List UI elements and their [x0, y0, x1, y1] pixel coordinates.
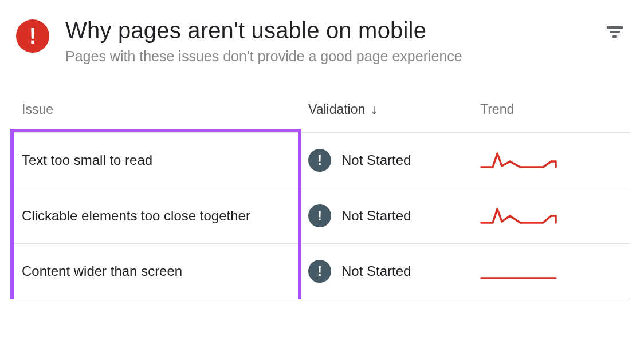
col-issue[interactable]: Issue — [22, 102, 308, 117]
status-icon: ! — [308, 204, 331, 227]
validation-cell: ! Not Started — [308, 204, 480, 227]
issues-table: Issue Validation ↓ Trend Text too small … — [14, 88, 630, 299]
page-subtitle: Pages with these issues don't provide a … — [65, 48, 590, 65]
page-title: Why pages aren't usable on mobile — [65, 16, 590, 45]
table-row[interactable]: Clickable elements too close together ! … — [14, 188, 630, 243]
issue-name: Content wider than screen — [22, 262, 308, 282]
issue-name: Text too small to read — [22, 151, 308, 171]
trend-sparkline — [480, 150, 622, 171]
status-label: Not Started — [341, 208, 411, 224]
status-label: Not Started — [341, 152, 411, 168]
col-validation-label: Validation — [308, 102, 365, 117]
page-header: ! Why pages aren't usable on mobile Page… — [14, 11, 630, 88]
table-row[interactable]: Text too small to read ! Not Started — [14, 132, 630, 188]
table-header: Issue Validation ↓ Trend — [14, 88, 630, 132]
trend-sparkline — [480, 205, 622, 226]
col-trend[interactable]: Trend — [480, 102, 622, 117]
error-icon: ! — [16, 19, 49, 53]
status-icon: ! — [308, 149, 331, 172]
table-body: Text too small to read ! Not Started Cli… — [14, 132, 630, 299]
trend-sparkline — [480, 261, 622, 282]
arrow-down-icon: ↓ — [371, 101, 378, 117]
issue-name: Clickable elements too close together — [22, 206, 308, 226]
filter-icon[interactable] — [606, 26, 623, 38]
status-icon: ! — [308, 260, 331, 283]
status-label: Not Started — [341, 263, 411, 279]
validation-cell: ! Not Started — [308, 149, 480, 172]
validation-cell: ! Not Started — [308, 260, 480, 283]
col-validation[interactable]: Validation ↓ — [308, 101, 480, 117]
table-row[interactable]: Content wider than screen ! Not Started — [14, 243, 630, 299]
